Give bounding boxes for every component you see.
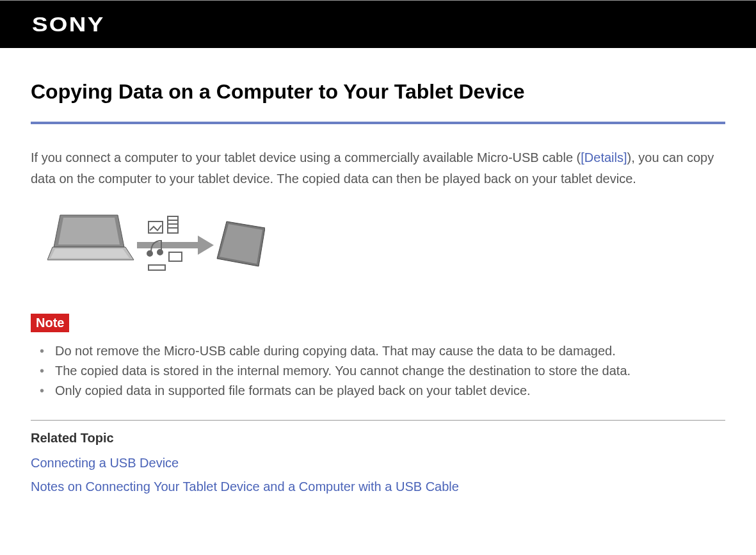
header-bar: SONY [0, 0, 756, 48]
svg-rect-4 [137, 242, 198, 248]
content-area: Copying Data on a Computer to Your Table… [0, 48, 756, 494]
svg-marker-5 [198, 236, 214, 255]
intro-paragraph: If you connect a computer to your tablet… [31, 147, 725, 189]
svg-rect-13 [169, 252, 182, 261]
brand-logo: SONY [32, 13, 104, 36]
tablet-icon [217, 221, 265, 266]
note-item: Do not remove the Micro-USB cable during… [40, 341, 725, 361]
section-rule [31, 420, 725, 421]
transfer-illustration [47, 209, 725, 282]
svg-rect-14 [149, 265, 165, 270]
related-link[interactable]: Notes on Connecting Your Tablet Device a… [31, 479, 725, 494]
note-item: Only copied data in supported file forma… [40, 381, 725, 401]
note-list: Do not remove the Micro-USB cable during… [31, 341, 725, 401]
svg-point-11 [147, 251, 152, 256]
title-rule [31, 122, 725, 124]
laptop-icon [47, 215, 134, 260]
page-title: Copying Data on a Computer to Your Table… [31, 80, 725, 104]
svg-marker-3 [51, 249, 129, 258]
intro-text-before: If you connect a computer to your tablet… [31, 150, 581, 165]
svg-point-12 [157, 250, 163, 255]
note-badge: Note [31, 314, 69, 332]
related-link[interactable]: Connecting a USB Device [31, 456, 725, 471]
note-item: The copied data is stored in the interna… [40, 361, 725, 381]
svg-marker-1 [58, 218, 120, 245]
related-heading: Related Topic [31, 431, 725, 446]
details-link[interactable]: [Details] [581, 150, 627, 165]
